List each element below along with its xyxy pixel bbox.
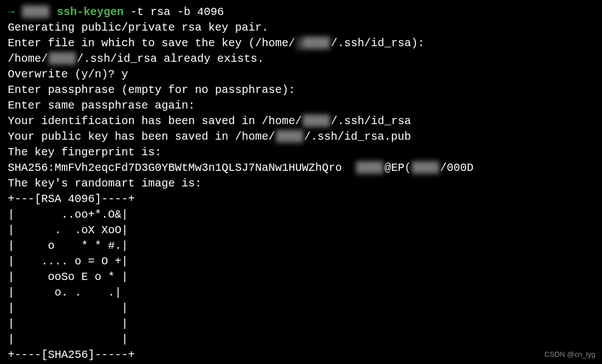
randomart-line: | | xyxy=(8,332,594,347)
output-line: The key's randomart image is: xyxy=(8,176,594,191)
randomart-line: | | xyxy=(8,301,594,316)
output-line: Overwrite (y/n)? y xyxy=(8,67,594,82)
hostname-redacted: ████ xyxy=(21,4,50,20)
prompt-arrow-icon: → xyxy=(8,6,14,18)
randomart-line: | . .oX XoO| xyxy=(8,223,594,238)
username-redacted: ████ xyxy=(275,129,304,145)
command-line: → ████ ssh-keygen -t rsa -b 4096 xyxy=(8,4,594,20)
watermark-text: CSDN @cn_lyg xyxy=(545,350,595,360)
randomart-line: | o. . .| xyxy=(8,285,594,301)
randomart-line: | ooSo E o * | xyxy=(8,269,594,285)
user-redacted: ████ xyxy=(355,160,384,176)
host-redacted: ████ xyxy=(411,160,440,176)
output-line: Enter file in which to save the key (/ho… xyxy=(8,36,594,51)
username-redacted: ████ xyxy=(302,114,331,129)
command-name: ssh-keygen xyxy=(57,6,124,18)
username-redacted: g████ xyxy=(295,36,331,51)
randomart-line: | | xyxy=(8,316,594,332)
output-line: Enter same passphrase again: xyxy=(8,98,594,114)
fingerprint-line: SHA256:MmFVh2eqcFd7D3G0YBWtMw3n1QLSJ7NaN… xyxy=(8,160,594,176)
randomart-line: +---[RSA 4096]----+ xyxy=(8,191,594,207)
username-redacted: ████ xyxy=(48,51,77,67)
output-line: Enter passphrase (empty for no passphras… xyxy=(8,82,594,98)
output-line: Generating public/private rsa key pair. xyxy=(8,20,594,36)
output-line: Your public key has been saved in /home/… xyxy=(8,129,594,145)
randomart-line: | .... o = O +| xyxy=(8,254,594,269)
output-line: /home/████/.ssh/id_rsa already exists. xyxy=(8,51,594,67)
terminal-output[interactable]: → ████ ssh-keygen -t rsa -b 4096 Generat… xyxy=(8,4,594,363)
command-args: -t rsa -b 4096 xyxy=(124,6,224,18)
output-line: The key fingerprint is: xyxy=(8,145,594,160)
randomart-line: | o * * #.| xyxy=(8,238,594,254)
output-line: Your identification has been saved in /h… xyxy=(8,114,594,129)
randomart-line: +----[SHA256]-----+ xyxy=(8,347,594,363)
randomart-line: | ..oo+*.O&| xyxy=(8,207,594,223)
